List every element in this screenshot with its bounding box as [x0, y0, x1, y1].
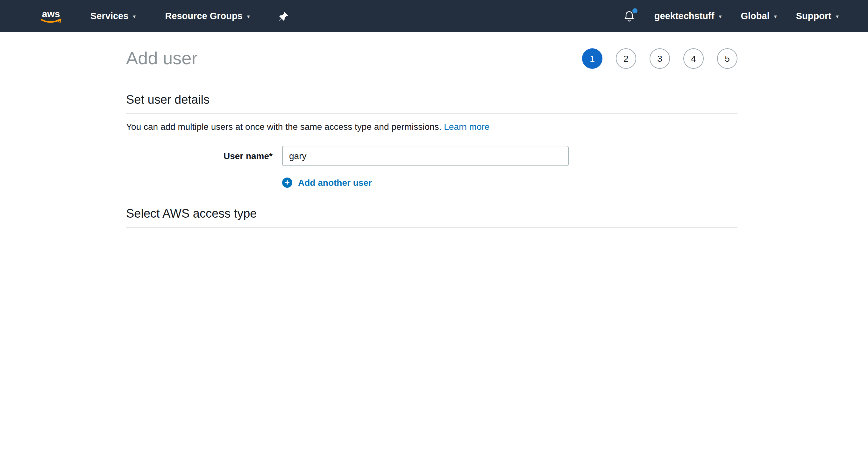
notification-dot — [633, 8, 638, 13]
nav-item-support[interactable]: Support ▾ — [796, 11, 839, 21]
aws-logo[interactable]: aws — [37, 7, 65, 25]
add-another-user-button[interactable]: + Add another user — [282, 177, 738, 188]
support-label: Support — [796, 11, 831, 21]
notifications-bell-icon[interactable] — [624, 10, 635, 22]
username-row: User name* — [126, 146, 738, 166]
chevron-down-icon: ▾ — [247, 12, 250, 20]
aws-console-page: aws Services ▾ Resource Groups ▾ — [0, 0, 868, 234]
page-title: Add user — [126, 48, 197, 69]
intro-text: You can add multiple users at once with … — [126, 122, 441, 132]
aws-logo-graphic: aws — [37, 7, 65, 25]
navbar-right-group: geektechstuff ▾ Global ▾ Support ▾ — [624, 10, 868, 22]
section-heading-user-details: Set user details — [126, 93, 738, 107]
divider — [126, 113, 738, 114]
wizard-steps: 1 2 3 4 5 — [582, 48, 738, 69]
nav-item-resource-groups[interactable]: Resource Groups ▾ — [165, 11, 250, 21]
set-user-details-section: Set user details You can add multiple us… — [126, 93, 738, 188]
access-type-section: Select AWS access type Select how these … — [126, 207, 738, 234]
nav-item-region[interactable]: Global ▾ — [741, 11, 777, 21]
chevron-down-icon: ▾ — [133, 12, 136, 20]
learn-more-link[interactable]: Learn more — [444, 122, 489, 132]
region-label: Global — [741, 11, 769, 21]
username-input[interactable] — [282, 146, 569, 166]
wizard-step-1[interactable]: 1 — [582, 48, 602, 69]
pin-icon[interactable] — [279, 11, 289, 21]
wizard-step-3[interactable]: 3 — [650, 48, 670, 69]
page-header: Add user 1 2 3 4 5 — [126, 43, 738, 74]
wizard-step-2[interactable]: 2 — [616, 48, 636, 69]
top-navbar: aws Services ▾ Resource Groups ▾ — [0, 0, 868, 32]
username-label: User name* — [126, 146, 273, 166]
divider — [126, 227, 738, 228]
nav-item-account[interactable]: geektechstuff ▾ — [654, 11, 722, 21]
wizard-step-4[interactable]: 4 — [683, 48, 704, 69]
svg-text:aws: aws — [42, 9, 60, 19]
chevron-down-icon: ▾ — [774, 12, 777, 20]
wizard-step-5[interactable]: 5 — [717, 48, 738, 69]
nav-resource-groups-label: Resource Groups — [165, 11, 242, 21]
nav-services-label: Services — [90, 11, 128, 21]
account-name-label: geektechstuff — [654, 11, 715, 21]
main-content: Add user 1 2 3 4 5 Set user details You … — [0, 43, 868, 234]
section-heading-access-type: Select AWS access type — [126, 207, 738, 221]
chevron-down-icon: ▾ — [719, 12, 721, 20]
plus-icon: + — [282, 177, 292, 188]
add-another-user-label: Add another user — [298, 177, 372, 188]
user-details-intro: You can add multiple users at once with … — [126, 122, 738, 132]
nav-item-services[interactable]: Services ▾ — [90, 11, 136, 21]
chevron-down-icon: ▾ — [836, 12, 839, 20]
